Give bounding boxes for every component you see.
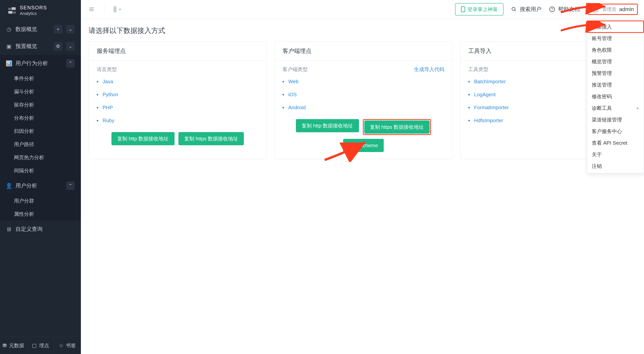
help-docs[interactable]: ? 帮助文档 [549, 6, 580, 13]
sidebar-item-useranal[interactable]: 👤 用户分析 ⌃ [0, 177, 81, 194]
search-users[interactable]: 搜索用户 [511, 6, 542, 13]
main: ▾ 登录掌上神策 搜索用户 ? 帮助文档 管理员 admin 请选择以下数据 [81, 0, 644, 354]
copy-button[interactable]: 复制 http 数据接收地址 [112, 132, 174, 145]
sidebar-subitem[interactable]: 事件分析 [0, 72, 81, 85]
chart-icon: 📊 [6, 61, 12, 66]
list-item-link[interactable]: Java [102, 79, 113, 84]
copy-button[interactable]: 复制 https 数据接收地址 [364, 120, 430, 134]
chevron-up-icon[interactable]: ⌃ [66, 59, 75, 68]
sidebar-subitem[interactable]: 漏斗分析 [0, 85, 81, 98]
sidebar-subitem[interactable]: 网页热力分析 [0, 151, 81, 164]
sidebar-item-custom[interactable]: ⊞ 自定义查询 [0, 221, 81, 238]
menu-item[interactable]: 概览管理 [587, 56, 644, 67]
target-icon: ▢ [32, 342, 37, 348]
phone-icon [461, 7, 465, 12]
menu-item[interactable]: 注销 [587, 160, 644, 172]
collapse-sidebar-icon[interactable] [87, 5, 96, 14]
menu-item[interactable]: 账号管理 [587, 33, 644, 44]
svg-rect-0 [8, 8, 11, 10]
list-item-link[interactable]: BatchImporter [474, 79, 506, 84]
list-item-link[interactable]: Web [288, 79, 298, 84]
list-item-link[interactable]: Android [288, 105, 306, 110]
sidebar-item-label: 自定义查询 [16, 225, 75, 233]
copy-button[interactable]: 复制 https 数据接收地址 [178, 132, 244, 145]
chevron-down-icon[interactable]: ⌄ [66, 42, 75, 51]
copy-button[interactable]: 复制 scheme [343, 139, 384, 152]
list-item-link[interactable]: FormatImporter [474, 105, 509, 110]
card-subtitle: 语言类型 [97, 66, 117, 73]
svg-rect-5 [461, 7, 465, 12]
project-selector[interactable]: ▾ [112, 5, 122, 14]
copy-button[interactable]: 复制 http 数据接收地址 [296, 119, 359, 132]
generate-import-code-link[interactable]: 生成导入代码 [414, 66, 444, 73]
card-client: 客户端埋点 客户端类型 生成导入代码 WebiOSAndroid 复制 http… [274, 41, 452, 159]
svg-rect-1 [12, 7, 16, 10]
sidebar-item-overview[interactable]: ◷ 数据概览 + ⌄ [0, 21, 81, 38]
user-role: 管理员 [602, 6, 616, 13]
sidebar: SENSORSAnalytics ◷ 数据概览 + ⌄ ▣ 预置概览 ⚙ ⌄ 📊… [0, 0, 81, 354]
sidebar-subitem[interactable]: 分布分析 [0, 111, 81, 125]
svg-text:?: ? [551, 7, 553, 11]
menu-item[interactable]: 查看 API Secret [587, 137, 644, 149]
preset-icon: ▣ [6, 44, 12, 49]
current-user[interactable]: 管理员 admin [588, 4, 638, 15]
menu-item[interactable]: 客户服务中心 [587, 126, 644, 137]
menu-item[interactable]: 数据接入 [587, 21, 644, 33]
svg-rect-4 [114, 6, 117, 12]
menu-item[interactable]: 角色权限 [587, 44, 644, 56]
list-item-link[interactable]: HdfsImporter [474, 118, 503, 123]
sidebar-item-label: 数据概览 [16, 26, 50, 33]
sidebar-subitem[interactable]: 归因分析 [0, 125, 81, 138]
search-icon [511, 7, 517, 12]
gear-icon[interactable]: ⚙ [54, 42, 62, 51]
menu-item[interactable]: 推送管理 [587, 79, 644, 91]
menu-item[interactable]: 修改密码 [587, 91, 644, 102]
user-name: admin [619, 6, 634, 13]
chevron-down-icon[interactable]: ⌄ [66, 25, 75, 34]
menu-item[interactable]: 诊断工具▸ [587, 102, 644, 114]
chevron-right-icon: ▸ [637, 106, 639, 111]
card-subtitle: 客户端类型 [282, 66, 308, 73]
add-button[interactable]: + [54, 25, 62, 34]
chevron-up-icon[interactable]: ⌃ [66, 181, 75, 190]
footer-bookmark[interactable]: ☆书签 [54, 337, 81, 354]
sidebar-subitem[interactable]: 用户分群 [0, 194, 81, 207]
topbar: ▾ 登录掌上神策 搜索用户 ? 帮助文档 管理员 admin [81, 0, 644, 19]
list-item-link[interactable]: PHP [102, 105, 113, 110]
sidebar-item-behavior[interactable]: 📊 用户行为分析 ⌃ [0, 55, 81, 72]
svg-rect-2 [8, 11, 12, 14]
brand-tag: Analytics [20, 11, 47, 16]
footer-metadata[interactable]: ⛃元数据 [0, 337, 27, 354]
list-item-link[interactable]: iOS [288, 92, 297, 97]
sidebar-subitem[interactable]: 间隔分析 [0, 164, 81, 177]
footer-tracking[interactable]: ▢埋点 [27, 337, 54, 354]
content: 请选择以下数据接入方式 服务端埋点 语言类型 JavaPythonPHPRuby… [81, 19, 644, 166]
sidebar-subitem[interactable]: 属性分析 [0, 207, 81, 221]
list-item-link[interactable]: Python [102, 92, 118, 97]
card-subtitle: 工具类型 [468, 66, 488, 73]
sidebar-item-preset[interactable]: ▣ 预置概览 ⚙ ⌄ [0, 38, 81, 55]
sidebar-item-label: 预置概览 [16, 43, 50, 50]
brand-logo[interactable]: SENSORSAnalytics [0, 0, 81, 21]
user-icon: 👤 [6, 183, 12, 188]
svg-point-6 [512, 7, 515, 11]
page-title: 请选择以下数据接入方式 [89, 26, 638, 36]
avatar-icon [591, 6, 599, 13]
card-server: 服务端埋点 语言类型 JavaPythonPHPRuby 复制 http 数据接… [89, 41, 267, 159]
star-icon: ☆ [59, 342, 64, 348]
brand-icon [8, 6, 16, 15]
grid-icon: ⊞ [6, 226, 12, 232]
mobile-login-button[interactable]: 登录掌上神策 [455, 3, 504, 16]
sidebar-subitem[interactable]: 用户路径 [0, 138, 81, 151]
help-icon: ? [549, 7, 555, 12]
db-icon: ⛃ [2, 342, 7, 348]
sidebar-subitem[interactable]: 留存分析 [0, 98, 81, 111]
card-title: 服务端埋点 [89, 42, 266, 61]
menu-item[interactable]: 渠道链接管理 [587, 114, 644, 126]
sidebar-item-label: 用户行为分析 [16, 60, 62, 67]
sidebar-item-label: 用户分析 [16, 182, 62, 189]
list-item-link[interactable]: LogAgent [474, 92, 496, 97]
list-item-link[interactable]: Ruby [102, 118, 114, 123]
menu-item[interactable]: 关于 [587, 149, 644, 160]
menu-item[interactable]: 预警管理 [587, 67, 644, 79]
